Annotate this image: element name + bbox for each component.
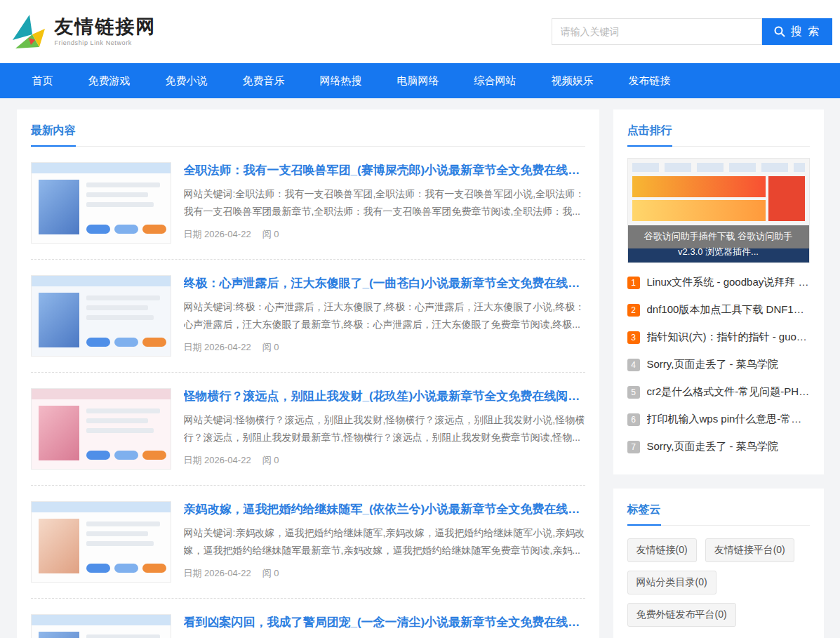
article-views: 阅 0 (262, 341, 279, 354)
article-title[interactable]: 怪物横行？滚远点，别阻止我发财_(花玖笙)小说最新章节全文免费在线阅读下... (184, 388, 585, 404)
featured-link[interactable]: 谷歌访问助手插件下载 谷歌访问助手 v2.3.0 浏览器插件... (627, 158, 810, 263)
article-thumbnail[interactable] (31, 275, 171, 357)
featured-caption: 谷歌访问助手插件下载 谷歌访问助手 v2.3.0 浏览器插件... (628, 225, 809, 262)
rank-item-label: Sorry,页面走丢了 - 菜鸟学院 (647, 358, 778, 371)
click-ranking-panel: 点击排行 谷歌访问助手插件下载 谷歌访问助手 v2.3.0 浏览器插件... 1… (613, 109, 824, 474)
article-views: 阅 0 (262, 228, 279, 241)
rank-item[interactable]: 1 Linux文件系统 - goodbay说拜拜 -... (627, 269, 810, 296)
section-title-ranking: 点击排行 (627, 124, 810, 147)
rank-item[interactable]: 3 指针知识(六)：指针的指针 - guoz... (627, 324, 810, 351)
article-views: 阅 0 (262, 454, 279, 467)
rank-item-label: 指针知识(六)：指针的指针 - guoz... (647, 331, 810, 344)
nav-item-home[interactable]: 首页 (22, 63, 71, 98)
tag-cloud-panel: 标签云 友情链接(0) 友情链接平台(0) 网站分类目录(0) 免费外链发布平台… (613, 489, 824, 638)
search-button-label: 搜 索 (791, 25, 820, 39)
site-title: 友情链接网 (55, 17, 156, 38)
article-thumbnail[interactable] (31, 388, 171, 470)
rank-badge: 5 (627, 386, 640, 399)
article-title[interactable]: 看到凶案闪回，我成了警局团宠_(一念一清尘)小说最新章节全文免费在线阅读... (184, 614, 585, 630)
article-thumbnail[interactable] (31, 501, 171, 583)
main-nav: 首页 免费游戏 免费小说 免费音乐 网络热搜 电脑网络 综合网站 视频娱乐 发布… (0, 63, 840, 98)
article-date: 日期 2026-04-22 (184, 341, 251, 354)
article-thumbnail[interactable] (31, 162, 171, 244)
nav-item-publish-link[interactable]: 发布链接 (611, 63, 688, 98)
logo-icon (8, 12, 48, 51)
nav-item-free-games[interactable]: 免费游戏 (71, 63, 148, 98)
latest-content-panel: 最新内容 全职法师：我有一支召唤兽军团_(赛博屎壳郎)小说最新章节全文免费在线阅… (17, 109, 599, 638)
rank-item[interactable]: 6 打印机输入wps pin什么意思-常见... (627, 406, 810, 433)
article-title[interactable]: 终极：心声泄露后，汪大东傻眼了_(一曲苍白)小说最新章节全文免费在线阅读... (184, 275, 585, 291)
tag-link[interactable]: 友情链接(0) (627, 538, 697, 562)
article-thumbnail[interactable] (31, 614, 171, 638)
rank-badge: 6 (627, 413, 640, 426)
rank-list: 1 Linux文件系统 - goodbay说拜拜 -... 2 dnf100版本… (627, 269, 810, 460)
article-item: 怪物横行？滚远点，别阻止我发财_(花玖笙)小说最新章节全文免费在线阅读下... … (31, 373, 585, 486)
search-icon (773, 25, 786, 38)
rank-item-label: dnf100版本加点工具下载 DNF100... (647, 303, 810, 317)
section-title-tags: 标签云 (627, 503, 810, 526)
rank-badge: 7 (627, 441, 640, 453)
section-title-latest: 最新内容 (31, 124, 585, 147)
rank-item-label: Sorry,页面走丢了 - 菜鸟学院 (647, 440, 778, 453)
rank-badge: 2 (627, 304, 640, 317)
nav-item-general-sites[interactable]: 综合网站 (457, 63, 534, 98)
nav-item-hot-search[interactable]: 网络热搜 (302, 63, 380, 98)
tag-link[interactable]: 网站分类目录(0) (627, 571, 716, 594)
rank-item[interactable]: 5 cr2是什么格式文件-常见问题-PHP... (627, 378, 810, 406)
rank-badge: 1 (627, 277, 640, 289)
tag-cloud: 友情链接(0) 友情链接平台(0) 网站分类目录(0) 免费外链发布平台(0) (627, 526, 810, 627)
nav-item-free-music[interactable]: 免费音乐 (225, 63, 302, 98)
nav-item-free-novels[interactable]: 免费小说 (148, 63, 225, 98)
article-date: 日期 2026-04-22 (184, 228, 251, 241)
article-date: 日期 2026-04-22 (184, 454, 251, 467)
article-item: 终极：心声泄露后，汪大东傻眼了_(一曲苍白)小说最新章节全文免费在线阅读... … (31, 260, 585, 373)
site-header: 友情链接网 Friendship Link Network 搜 索 (0, 0, 840, 63)
article-item: 全职法师：我有一支召唤兽军团_(赛博屎壳郎)小说最新章节全文免费在线阅读... … (31, 147, 585, 260)
search-input[interactable] (552, 18, 762, 45)
nav-item-computer-network[interactable]: 电脑网络 (380, 63, 457, 98)
tag-link[interactable]: 免费外链发布平台(0) (627, 603, 736, 627)
search-button[interactable]: 搜 索 (762, 18, 832, 45)
search-bar: 搜 索 (552, 18, 832, 45)
rank-item-label: 打印机输入wps pin什么意思-常见... (647, 413, 810, 426)
site-subtitle: Friendship Link Network (55, 39, 156, 46)
article-description: 网站关键词:终极：心声泄露后，汪大东傻眼了,终极：心声泄露后，汪大东傻眼了小说,… (184, 298, 585, 333)
sidebar: 点击排行 谷歌访问助手插件下载 谷歌访问助手 v2.3.0 浏览器插件... 1… (613, 109, 824, 638)
tag-link[interactable]: 友情链接平台(0) (705, 538, 794, 562)
article-description: 网站关键词:怪物横行？滚远点，别阻止我发财,怪物横行？滚远点，别阻止我发财小说,… (184, 411, 585, 446)
article-item: 亲妈改嫁，逼我把婚约给继妹随军_(依依兰兮)小说最新章节全文免费在线阅读... … (31, 486, 585, 599)
rank-item[interactable]: 7 Sorry,页面走丢了 - 菜鸟学院 (627, 433, 810, 460)
article-description: 网站关键词:全职法师：我有一支召唤兽军团,全职法师：我有一支召唤兽军团小说,全职… (184, 185, 585, 220)
rank-badge: 4 (627, 359, 640, 371)
article-title[interactable]: 全职法师：我有一支召唤兽军团_(赛博屎壳郎)小说最新章节全文免费在线阅读... (184, 162, 585, 178)
rank-item-label: Linux文件系统 - goodbay说拜拜 -... (647, 276, 810, 289)
site-logo[interactable]: 友情链接网 Friendship Link Network (8, 12, 156, 51)
nav-item-video-entertainment[interactable]: 视频娱乐 (534, 63, 611, 98)
rank-item[interactable]: 2 dnf100版本加点工具下载 DNF100... (627, 296, 810, 324)
rank-item[interactable]: 4 Sorry,页面走丢了 - 菜鸟学院 (627, 351, 810, 378)
article-date: 日期 2026-04-22 (184, 567, 251, 580)
rank-badge: 3 (627, 331, 640, 344)
article-views: 阅 0 (262, 567, 279, 580)
article-description: 网站关键词:亲妈改嫁，逼我把婚约给继妹随军,亲妈改嫁，逼我把婚约给继妹随军小说,… (184, 524, 585, 559)
article-title[interactable]: 亲妈改嫁，逼我把婚约给继妹随军_(依依兰兮)小说最新章节全文免费在线阅读... (184, 501, 585, 517)
article-item: 看到凶案闪回，我成了警局团宠_(一念一清尘)小说最新章节全文免费在线阅读... (31, 599, 585, 638)
rank-item-label: cr2是什么格式文件-常见问题-PHP... (647, 385, 810, 399)
